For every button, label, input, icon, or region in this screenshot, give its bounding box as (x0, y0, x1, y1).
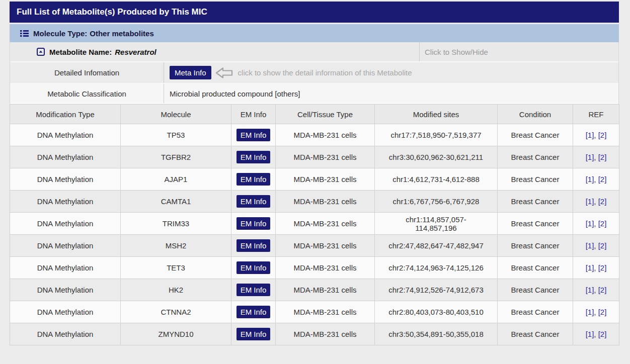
molecule-cell: TRIM33 (121, 213, 231, 235)
modification-type-cell: DNA Methylation (10, 168, 121, 191)
ref-link-2[interactable]: [2] (598, 263, 607, 272)
ref-link-2[interactable]: [2] (598, 131, 607, 139)
ref-cell: [1], [2] (573, 191, 619, 213)
table-row: DNA Methylation TRIM33 EM Info MDA-MB-23… (10, 213, 619, 235)
modification-type-cell: DNA Methylation (10, 235, 121, 257)
condition-cell: Breast Cancer (498, 257, 573, 279)
modified-sites-cell: chr2:80,403,073-80,403,510 (375, 301, 498, 323)
metabolite-panel: Full List of Metabolite(s) Produced by T… (10, 2, 619, 345)
header-molecule: Molecule (121, 105, 231, 124)
em-info-button[interactable]: EM Info (237, 261, 271, 274)
page-title: Full List of Metabolite(s) Produced by T… (10, 2, 619, 23)
ref-cell: [1], [2] (573, 124, 619, 146)
ref-link-2[interactable]: [2] (598, 241, 607, 250)
ref-link-1[interactable]: [1] (586, 153, 594, 161)
em-info-cell: EM Info (231, 168, 276, 191)
molecule-cell: TGFBR2 (121, 146, 231, 168)
em-info-button[interactable]: EM Info (237, 195, 271, 208)
table-row: DNA Methylation MSH2 EM Info MDA-MB-231 … (10, 235, 619, 257)
table-row: DNA Methylation CTNNA2 EM Info MDA-MB-23… (10, 301, 619, 323)
ref-link-2[interactable]: [2] (598, 219, 607, 228)
ref-separator: , (594, 308, 598, 316)
modified-sites-cell: chr1:114,857,057-114,857,196 (375, 213, 498, 235)
ref-link-1[interactable]: [1] (586, 219, 594, 228)
em-info-cell: EM Info (231, 235, 276, 257)
meta-info-button[interactable]: Meta Info (170, 66, 211, 79)
condition-cell: Breast Cancer (498, 323, 573, 345)
ref-link-1[interactable]: [1] (586, 197, 594, 206)
modified-sites-cell: chr3:50,354,891-50,355,018 (375, 323, 498, 345)
modification-type-cell: DNA Methylation (10, 213, 121, 235)
ref-cell: [1], [2] (573, 146, 619, 168)
em-info-button[interactable]: EM Info (237, 151, 271, 163)
em-info-cell: EM Info (231, 213, 276, 235)
em-info-button[interactable]: EM Info (237, 306, 271, 318)
cell-tissue-cell: MDA-MB-231 cells (276, 323, 375, 345)
em-info-button[interactable]: EM Info (237, 284, 271, 296)
list-icon (20, 30, 29, 37)
molecule-cell: TET3 (121, 257, 231, 279)
header-modification-type: Modification Type (10, 105, 121, 124)
ref-cell: [1], [2] (573, 213, 619, 235)
molecule-cell: ZMYND10 (121, 323, 231, 345)
condition-cell: Breast Cancer (498, 301, 573, 323)
ref-link-1[interactable]: [1] (586, 241, 594, 250)
modified-sites-cell: chr1:4,612,731-4,612-888 (375, 168, 498, 191)
ref-link-2[interactable]: [2] (598, 286, 607, 294)
ref-separator: , (594, 197, 598, 206)
em-info-cell: EM Info (231, 257, 276, 279)
ref-link-2[interactable]: [2] (598, 330, 607, 338)
modification-type-cell: DNA Methylation (10, 146, 121, 168)
arrow-left-icon (215, 66, 234, 79)
ref-separator: , (594, 263, 598, 272)
em-info-cell: EM Info (231, 146, 276, 168)
table-row: DNA Methylation TGFBR2 EM Info MDA-MB-23… (10, 146, 619, 168)
ref-separator: , (594, 219, 598, 228)
em-info-cell: EM Info (231, 323, 276, 345)
modification-type-cell: DNA Methylation (10, 301, 121, 323)
ref-separator: , (594, 175, 598, 184)
show-hide-hint[interactable]: Click to Show/Hide (419, 42, 618, 61)
ref-link-1[interactable]: [1] (586, 330, 594, 338)
ref-link-1[interactable]: [1] (586, 263, 594, 272)
caret-square-up-icon[interactable] (37, 48, 45, 56)
ref-separator: , (594, 241, 598, 250)
ref-link-1[interactable]: [1] (586, 308, 594, 316)
modification-type-cell: DNA Methylation (10, 257, 121, 279)
metabolic-classification-value: Microbial producted compound [others] (164, 84, 618, 103)
molecule-type-label: Molecule Type: (33, 29, 87, 38)
ref-cell: [1], [2] (573, 323, 619, 345)
molecule-cell: TP53 (121, 124, 231, 146)
em-info-button[interactable]: EM Info (237, 328, 271, 340)
ref-link-2[interactable]: [2] (598, 153, 607, 161)
ref-link-1[interactable]: [1] (586, 131, 594, 139)
detailed-information-label: Detailed Infomation (10, 62, 164, 83)
table-row: DNA Methylation CAMTA1 EM Info MDA-MB-23… (10, 191, 619, 213)
modification-type-cell: DNA Methylation (10, 323, 121, 345)
ref-cell: [1], [2] (573, 168, 619, 191)
table-body: DNA Methylation TP53 EM Info MDA-MB-231 … (10, 124, 619, 345)
ref-cell: [1], [2] (573, 301, 619, 323)
condition-cell: Breast Cancer (498, 146, 573, 168)
ref-link-1[interactable]: [1] (586, 286, 594, 294)
cell-tissue-cell: MDA-MB-231 cells (276, 168, 375, 191)
ref-separator: , (594, 131, 598, 139)
molecule-cell: AJAP1 (121, 168, 231, 191)
em-info-button[interactable]: EM Info (237, 239, 271, 252)
condition-cell: Breast Cancer (498, 191, 573, 213)
metabolite-name-toggle[interactable]: Metabolite Name: Resveratrol (10, 42, 419, 61)
ref-cell: [1], [2] (573, 257, 619, 279)
em-info-button[interactable]: EM Info (237, 129, 271, 141)
ref-link-2[interactable]: [2] (598, 197, 607, 206)
metabolite-name-label: Metabolite Name: (49, 48, 112, 56)
ref-link-1[interactable]: [1] (586, 175, 594, 184)
em-info-cell: EM Info (231, 279, 276, 301)
condition-cell: Breast Cancer (498, 279, 573, 301)
molecule-type-band: Molecule Type: Other metabolites (10, 24, 619, 42)
ref-link-2[interactable]: [2] (598, 175, 607, 184)
em-info-button[interactable]: EM Info (237, 173, 271, 186)
ref-link-2[interactable]: [2] (598, 308, 607, 316)
em-info-button[interactable]: EM Info (237, 217, 271, 230)
metabolite-name-row: Metabolite Name: Resveratrol Click to Sh… (10, 42, 618, 62)
header-modified-sites: Modified sites (375, 105, 498, 124)
